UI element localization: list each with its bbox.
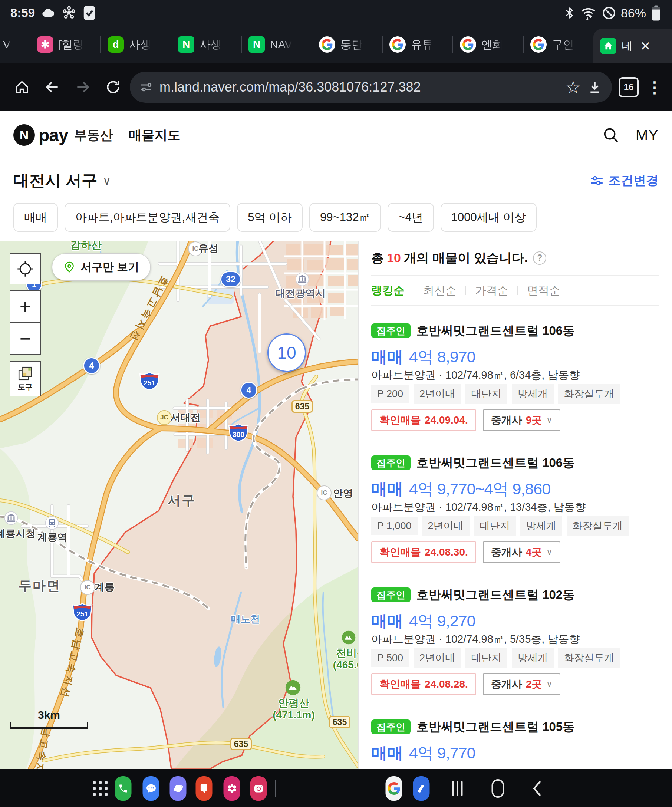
listing-card[interactable]: 집주인 호반써밋그랜드센트럴 106동 매매 4억 9,770~4억 9,860… — [371, 438, 659, 570]
sliders-icon — [590, 174, 604, 188]
mountain-icon — [285, 679, 301, 697]
help-icon[interactable]: ? — [533, 251, 546, 265]
phone-app-icon[interactable] — [115, 776, 132, 801]
tab-healing[interactable]: ✱ [힐링 — [30, 26, 100, 63]
listing-card[interactable]: 집주인 호반써밋그랜드센트럴 106동 매매 4억 8,970 아파트분양권 ·… — [371, 306, 659, 438]
red-app-icon[interactable] — [196, 776, 212, 801]
map-label-mountain-height: (471.1m) — [272, 709, 315, 721]
naver-logo[interactable]: N — [13, 124, 35, 146]
filter-chip-households[interactable]: 1000세대 이상 — [441, 203, 537, 232]
tab-google-3[interactable]: 엔화 — [453, 26, 523, 63]
region-selector[interactable]: 대전시 서구 — [13, 170, 98, 191]
filter-chip-area[interactable]: 99~132㎡ — [309, 203, 381, 232]
url-field[interactable]: m.land.naver.com/map/36.3081076:127.382 … — [130, 71, 612, 103]
home-button[interactable] — [8, 73, 36, 101]
tab-daum[interactable]: d 사생 — [101, 26, 171, 63]
site-settings-icon — [139, 80, 153, 94]
my-menu[interactable]: MY — [635, 127, 659, 143]
messages-app-icon[interactable] — [143, 776, 159, 801]
filter-chip-price[interactable]: 5억 이하 — [237, 203, 303, 232]
tab-google-1[interactable]: 동탄 — [312, 26, 382, 63]
tab-title: [힐링 — [59, 37, 84, 52]
listing-tag: 방세개 — [512, 648, 554, 668]
tab-active-naver-land[interactable]: 네 ✕ — [593, 29, 672, 63]
browser-address-bar: m.land.naver.com/map/36.3081076:127.382 … — [0, 63, 672, 111]
filter-chip-trade[interactable]: 매매 — [13, 203, 58, 232]
gallery-flower-app-icon[interactable] — [224, 776, 240, 801]
listing-detail: 아파트분양권 · 102/74.98㎡, 13/34층, 남동향 — [371, 500, 659, 513]
tab-google-4[interactable]: 구인 — [524, 26, 593, 63]
chevron-down-icon[interactable]: ∨ — [103, 174, 111, 187]
naver-pay-header: N pay 부동산 매물지도 MY — [0, 111, 672, 159]
listing-card[interactable]: 집주인 호반써밋그랜드센트럴 105동 매매 4억 9,770 — [371, 702, 659, 768]
route-shield-251: 251 — [139, 372, 160, 392]
sort-area[interactable]: 면적순 — [527, 283, 560, 298]
zoom-out-button[interactable]: − — [10, 322, 41, 355]
change-conditions-button[interactable]: 조건변경 — [590, 172, 659, 189]
agent-count-dropdown[interactable]: 중개사 2곳 ∨ — [483, 674, 561, 695]
listing-tag: 화장실두개 — [558, 648, 620, 668]
map-label-stream: 매노천 — [231, 613, 260, 626]
browser-menu-button[interactable]: ⋮ — [645, 73, 664, 101]
tab-google-2[interactable]: 유튜 — [383, 26, 453, 63]
tab-switcher-button[interactable]: 16 — [615, 73, 642, 101]
map-tools-button[interactable]: 도구 — [10, 361, 41, 397]
route-badge-635: 635 — [329, 716, 350, 728]
agent-count-dropdown[interactable]: 중개사 9곳 ∨ — [483, 409, 561, 431]
layers-icon — [17, 366, 33, 381]
tab-title: NAV — [270, 38, 292, 51]
current-location-button[interactable] — [10, 253, 41, 284]
tab-title: 구인 — [552, 37, 574, 52]
listing-tag: P 1,000 — [371, 517, 418, 535]
listing-tag: 화장실두개 — [567, 516, 629, 536]
dock-separator — [275, 780, 276, 797]
sort-price[interactable]: 가격순 — [475, 283, 508, 298]
tab-partial[interactable]: V — [0, 26, 30, 63]
camera-app-icon[interactable] — [251, 776, 267, 801]
reload-button[interactable] — [100, 73, 127, 101]
map-label-mountain: 안평산 — [278, 696, 309, 710]
pay-logo[interactable]: pay — [38, 125, 68, 145]
back-nav-button[interactable] — [529, 776, 546, 801]
tab-naver-2[interactable]: N NAV — [242, 26, 312, 63]
close-tab-icon[interactable]: ✕ — [640, 38, 651, 53]
bookmark-star-icon[interactable]: ☆ — [566, 77, 581, 97]
filter-chip-type[interactable]: 아파트,아파트분양권,재건축 — [65, 203, 230, 232]
blue-land-app-icon[interactable] — [413, 776, 430, 801]
app-drawer-button[interactable] — [92, 776, 109, 801]
listing-detail: 아파트분양권 · 102/74.98㎡, 5/35층, 남동향 — [371, 632, 659, 645]
search-icon[interactable] — [602, 126, 619, 143]
internet-browser-app-icon[interactable] — [170, 776, 187, 801]
listing-tag: 2년이내 — [413, 384, 461, 404]
agent-count-dropdown[interactable]: 중개사 4곳 ∨ — [483, 541, 561, 563]
map-label-place: 유성 — [198, 242, 219, 255]
route-badge-4: 4 — [240, 382, 257, 399]
map-canvas[interactable]: 갑하산 (468.7m) IC 유성 32 대전광역시 호남고속지선 1 251… — [0, 241, 358, 769]
owner-badge: 집주인 — [371, 719, 411, 735]
listing-card[interactable]: 집주인 호반써밋그랜드센트럴 102동 매매 4억 9,270 아파트분양권 ·… — [371, 570, 659, 702]
service-label[interactable]: 부동산 — [74, 126, 113, 144]
chevron-down-icon: ∨ — [546, 547, 552, 557]
view-district-only-button[interactable]: 서구만 보기 — [52, 253, 151, 281]
google-app-icon[interactable] — [386, 776, 402, 801]
listing-cluster-marker[interactable]: 10 — [267, 334, 306, 372]
header-divider — [121, 129, 121, 141]
sort-newest[interactable]: 최신순 — [423, 283, 456, 298]
listing-title: 호반써밋그랜드센트럴 102동 — [416, 587, 575, 603]
zoom-in-button[interactable]: + — [10, 291, 41, 323]
tab-naver-1[interactable]: N 사생 — [171, 26, 241, 63]
google-favicon — [460, 37, 476, 53]
forward-button[interactable] — [69, 73, 96, 101]
chevron-down-icon: ∨ — [546, 679, 552, 689]
sort-ranking[interactable]: 랭킹순 — [371, 283, 405, 298]
listing-tag: 대단지 — [465, 648, 507, 668]
map-label-cityhall: 계룡시청 — [0, 527, 36, 540]
tab-title: 엔화 — [481, 37, 504, 52]
back-button[interactable] — [38, 73, 66, 101]
recents-nav-button[interactable] — [449, 776, 466, 801]
screen: 8:59 86% V ✱ [힐링 d 사생 — [0, 0, 672, 807]
download-icon[interactable] — [587, 80, 602, 95]
filter-chip-age[interactable]: ~4년 — [388, 203, 433, 232]
map-label-place: 안영 — [333, 487, 353, 500]
home-nav-button[interactable] — [489, 776, 506, 801]
